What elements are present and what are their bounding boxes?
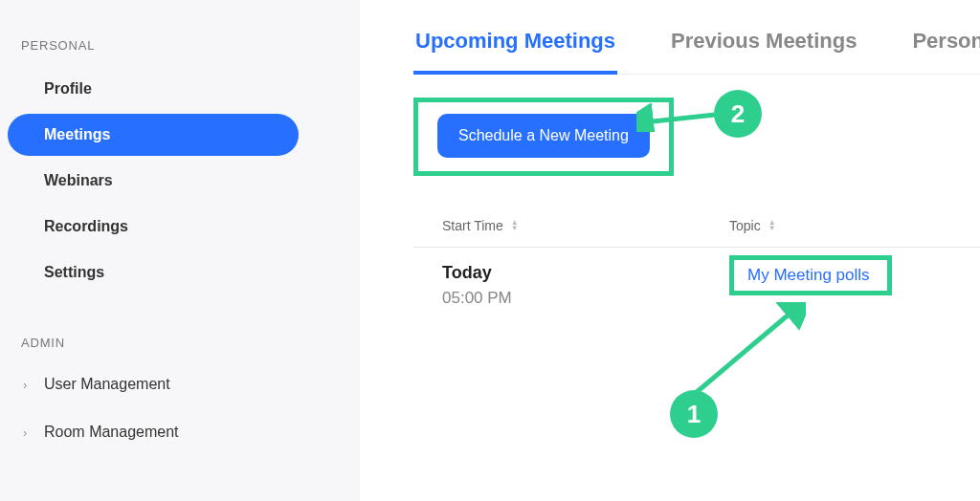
sidebar-item-profile[interactable]: Profile (8, 68, 299, 110)
sidebar-section-personal: PERSONAL (0, 27, 360, 66)
sidebar-item-settings[interactable]: Settings (8, 251, 299, 294)
column-header-start-time[interactable]: Start Time ▲▼ (442, 218, 729, 233)
cell-topic: My Meeting polls (729, 263, 892, 308)
chevron-right-icon: › (23, 378, 33, 392)
meeting-time: 05:00 PM (442, 289, 729, 308)
table-header: Start Time ▲▼ Topic ▲▼ (413, 218, 980, 247)
sidebar-item-label: Profile (44, 80, 92, 98)
annotation-highlight-box: My Meeting polls (729, 255, 892, 295)
sidebar-item-label: Settings (44, 264, 104, 281)
cell-start-time: Today 05:00 PM (442, 263, 729, 308)
sidebar-item-label: Room Management (44, 424, 179, 441)
sidebar-item-label: Recordings (44, 218, 128, 235)
meetings-tabs: Upcoming Meetings Previous Meetings Pers… (413, 17, 980, 75)
sidebar-item-recordings[interactable]: Recordings (8, 206, 299, 248)
sidebar-section-admin: ADMIN (0, 324, 360, 363)
sort-icon: ▲▼ (511, 220, 519, 231)
sidebar-item-label: Meetings (44, 126, 110, 143)
column-header-topic[interactable]: Topic ▲▼ (729, 218, 776, 233)
svg-line-1 (644, 115, 715, 122)
meetings-table: Start Time ▲▼ Topic ▲▼ Today 05:00 PM My… (413, 218, 980, 308)
column-header-label: Start Time (442, 218, 503, 233)
sidebar-item-webinars[interactable]: Webinars (8, 160, 299, 202)
tab-previous-meetings[interactable]: Previous Meetings (669, 17, 858, 74)
sort-icon: ▲▼ (768, 220, 776, 231)
sidebar-item-meetings[interactable]: Meetings (8, 114, 299, 156)
sidebar-item-user-management[interactable]: › User Management (0, 363, 360, 405)
svg-line-3 (697, 310, 794, 392)
tab-upcoming-meetings[interactable]: Upcoming Meetings (413, 17, 617, 75)
main-content: Upcoming Meetings Previous Meetings Pers… (360, 0, 980, 501)
annotation-highlight-box: Schedule a New Meeting (413, 98, 674, 176)
table-row: Today 05:00 PM My Meeting polls (413, 248, 980, 308)
sidebar-item-label: Webinars (44, 172, 113, 189)
chevron-right-icon: › (23, 425, 33, 440)
tab-personal-meeting[interactable]: Personal M (910, 17, 980, 74)
annotation-arrow-icon (691, 302, 806, 398)
sidebar: PERSONAL Profile Meetings Webinars Recor… (0, 0, 360, 501)
column-header-label: Topic (729, 218, 761, 233)
meeting-topic-link[interactable]: My Meeting polls (747, 266, 870, 284)
annotation-arrow-icon (636, 103, 723, 132)
schedule-new-meeting-button[interactable]: Schedule a New Meeting (437, 114, 650, 158)
meeting-day: Today (442, 263, 729, 283)
sidebar-item-room-management[interactable]: › Room Management (0, 411, 360, 453)
sidebar-item-label: User Management (44, 376, 170, 393)
